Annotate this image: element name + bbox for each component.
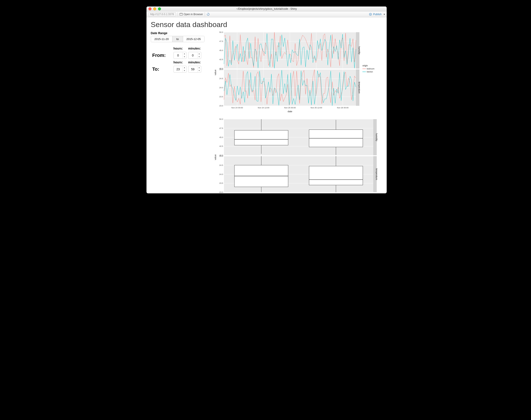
url-display[interactable]: http://127.0.0.1:3378 xyxy=(148,12,176,16)
svg-text:Nov 25 12:00: Nov 25 12:00 xyxy=(311,107,322,109)
from-hours-stepper[interactable]: 0 ▲▼ xyxy=(173,52,187,59)
window-close-icon[interactable] xyxy=(148,7,152,10)
svg-text:25.0: 25.0 xyxy=(219,68,223,71)
window-zoom-icon[interactable] xyxy=(158,7,161,10)
svg-text:temperature: temperature xyxy=(358,82,360,93)
svg-point-3 xyxy=(370,14,371,15)
to-minutes-stepper[interactable]: 59 ▲▼ xyxy=(188,66,201,73)
toolbar-separator xyxy=(205,12,205,16)
svg-text:24.5: 24.5 xyxy=(219,77,223,80)
svg-text:24.0: 24.0 xyxy=(219,87,223,89)
svg-text:42.5: 42.5 xyxy=(219,58,223,60)
app-window: ~/Dropbox/projects/shiny/gdocs_tutorial/… xyxy=(146,6,387,193)
publish-label: Publish xyxy=(373,13,381,16)
hours-header: hours: xyxy=(173,46,187,50)
svg-text:bedroom: bedroom xyxy=(367,68,375,70)
to-hours-stepper[interactable]: 23 ▲▼ xyxy=(173,66,187,73)
svg-text:Nov 25 00:00: Nov 25 00:00 xyxy=(284,107,296,109)
svg-text:humidity: humidity xyxy=(358,46,360,54)
to-minutes-value: 59 xyxy=(188,67,197,71)
svg-text:Nov 26 00:00: Nov 26 00:00 xyxy=(337,107,349,109)
toolbar-separator xyxy=(178,12,178,16)
svg-text:45.0: 45.0 xyxy=(219,49,223,51)
browser-window-icon xyxy=(180,13,183,15)
to-label: To: xyxy=(152,65,172,73)
publish-icon xyxy=(369,13,372,16)
svg-text:Nov 24 00:00: Nov 24 00:00 xyxy=(231,107,243,109)
svg-text:47.5: 47.5 xyxy=(219,40,223,42)
shiny-toolbar: http://127.0.0.1:3378 Open in Browser Pu… xyxy=(146,12,387,17)
svg-text:23.5: 23.5 xyxy=(219,182,223,184)
date-from-field[interactable]: 2015-11-20 xyxy=(151,36,172,42)
chevron-down-icon[interactable]: ▼ xyxy=(183,55,186,58)
svg-text:23.5: 23.5 xyxy=(219,96,223,98)
to-hours-value: 23 xyxy=(174,67,183,71)
chevron-up-icon[interactable]: ▲ xyxy=(198,66,201,69)
window-title: ~/Dropbox/projects/shiny/gdocs_tutorial/… xyxy=(146,7,387,10)
open-in-browser-button[interactable]: Open in Browser xyxy=(180,13,203,16)
chevron-down-icon[interactable]: ▼ xyxy=(198,69,201,72)
hours-header: hours: xyxy=(173,60,187,64)
minutes-header: minutes: xyxy=(188,46,202,50)
svg-rect-92 xyxy=(309,166,363,185)
from-minutes-value: 0 xyxy=(188,54,197,57)
svg-text:24.5: 24.5 xyxy=(219,164,223,166)
from-hours-value: 0 xyxy=(174,54,183,57)
publish-button[interactable]: Publish ▾ xyxy=(369,13,385,16)
svg-text:23.0: 23.0 xyxy=(219,105,223,107)
chevron-up-icon[interactable]: ▲ xyxy=(183,66,186,69)
boxplot: humidity40.042.545.047.550.0temperature2… xyxy=(214,118,382,193)
svg-text:42.5: 42.5 xyxy=(219,145,223,147)
svg-text:temperature: temperature xyxy=(375,168,378,180)
date-to-field[interactable]: 2015-12-05 xyxy=(183,36,204,42)
svg-text:kitchen: kitchen xyxy=(367,71,373,73)
reload-icon xyxy=(207,13,210,16)
svg-text:date: date xyxy=(288,110,292,113)
svg-text:humidity: humidity xyxy=(375,133,378,141)
window-minimize-icon[interactable] xyxy=(153,7,156,10)
chevron-up-icon[interactable]: ▲ xyxy=(198,52,201,55)
reload-button[interactable] xyxy=(207,13,210,16)
svg-text:23.0: 23.0 xyxy=(219,191,223,193)
chevron-down-icon: ▾ xyxy=(384,13,385,16)
from-label: From: xyxy=(152,52,172,59)
mac-titlebar: ~/Dropbox/projects/shiny/gdocs_tutorial/… xyxy=(146,6,387,12)
sidebar-controls: Date Range 2015-11-20 to 2015-12-05 hour… xyxy=(151,31,211,193)
svg-text:47.5: 47.5 xyxy=(219,127,223,129)
svg-text:50.0: 50.0 xyxy=(219,118,223,120)
svg-text:Nov 24 12:00: Nov 24 12:00 xyxy=(258,107,269,109)
svg-text:value: value xyxy=(214,70,217,75)
svg-text:24.0: 24.0 xyxy=(219,173,223,175)
svg-rect-0 xyxy=(180,13,182,15)
svg-rect-67 xyxy=(234,130,288,145)
minutes-header: minutes: xyxy=(188,60,202,64)
plot-area: humidity40.042.545.047.550.0temperature2… xyxy=(214,31,382,193)
svg-text:25.0: 25.0 xyxy=(219,155,223,157)
timeseries-plot: humidity40.042.545.047.550.0temperature2… xyxy=(214,31,382,114)
svg-text:50.0: 50.0 xyxy=(219,31,223,33)
chevron-up-icon[interactable]: ▲ xyxy=(183,52,186,55)
svg-text:45.0: 45.0 xyxy=(219,136,223,138)
page-title: Sensor data dashboard xyxy=(151,20,382,29)
date-range-input[interactable]: 2015-11-20 to 2015-12-05 xyxy=(151,36,204,42)
from-minutes-stepper[interactable]: 0 ▲▼ xyxy=(188,52,201,59)
chevron-down-icon[interactable]: ▼ xyxy=(198,55,201,58)
svg-text:value: value xyxy=(214,154,217,160)
svg-text:origin: origin xyxy=(362,64,368,67)
date-range-label: Date Range xyxy=(151,31,211,35)
app-body: Sensor data dashboard Date Range 2015-11… xyxy=(146,17,387,193)
open-in-browser-label: Open in Browser xyxy=(184,13,203,16)
chevron-down-icon[interactable]: ▼ xyxy=(183,69,186,72)
date-range-separator: to xyxy=(172,36,183,42)
